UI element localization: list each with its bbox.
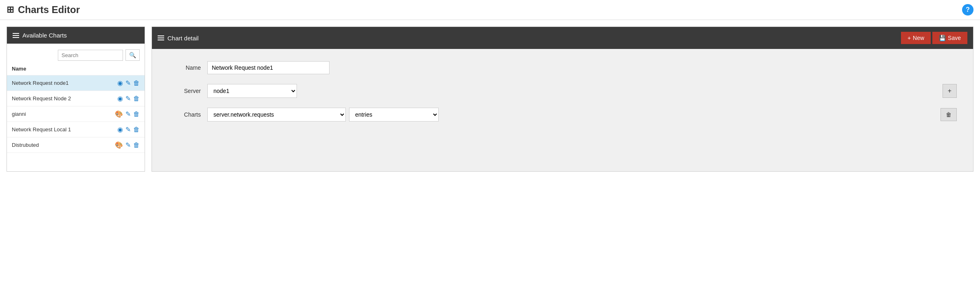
chart-detail-panel: Chart detail + New 💾 Save Name Serve: [152, 27, 973, 172]
list-item[interactable]: gianni 🎨 ✎ 🗑: [7, 106, 145, 122]
item-name: gianni: [12, 111, 26, 117]
item-name: Network Request Local 1: [12, 126, 71, 133]
charts-metric-select[interactable]: server.network.requests server.cpu.usage…: [207, 108, 346, 122]
search-button[interactable]: 🔍: [125, 49, 140, 61]
item-actions: 🎨 ✎ 🗑: [115, 141, 140, 149]
palette-icon[interactable]: 🎨: [115, 110, 123, 118]
edit-icon[interactable]: ✎: [125, 79, 131, 87]
app-title-group: ⊞ Charts Editor: [7, 4, 80, 15]
app-title: Charts Editor: [18, 4, 80, 15]
delete-chart-button[interactable]: 🗑: [940, 108, 957, 121]
item-actions: ◉ ✎ 🗑: [117, 126, 140, 133]
delete-icon[interactable]: 🗑: [133, 126, 140, 133]
save-icon: 💾: [939, 35, 946, 41]
view-icon[interactable]: ◉: [117, 95, 123, 102]
item-name: Network Request node1: [12, 80, 68, 86]
charts-row: Charts server.network.requests server.cp…: [168, 108, 957, 122]
palette-icon[interactable]: 🎨: [115, 141, 123, 149]
list-item[interactable]: Distrubuted 🎨 ✎ 🗑: [7, 137, 145, 153]
search-input[interactable]: [58, 50, 123, 61]
charts-type-select[interactable]: entries bytes packets: [349, 108, 439, 122]
save-button-label: Save: [948, 35, 961, 41]
app-header: ⊞ Charts Editor ?: [0, 0, 980, 20]
view-icon[interactable]: ◉: [117, 79, 123, 87]
edit-icon[interactable]: ✎: [125, 126, 131, 133]
item-name: Network Request Node 2: [12, 95, 71, 102]
item-actions: ◉ ✎ 🗑: [117, 79, 140, 87]
detail-form: Name Server node1 node2 local + Charts: [152, 49, 973, 171]
chart-detail-title: Chart detail: [167, 35, 199, 42]
available-charts-panel: Available Charts 🔍 Name Network Request …: [7, 27, 145, 172]
view-icon[interactable]: ◉: [117, 126, 123, 133]
help-button[interactable]: ?: [962, 4, 973, 15]
list-item[interactable]: Network Request Node 2 ◉ ✎ 🗑: [7, 91, 145, 106]
list-item[interactable]: Network Request node1 ◉ ✎ 🗑: [7, 75, 145, 91]
item-actions: 🎨 ✎ 🗑: [115, 110, 140, 118]
delete-icon[interactable]: 🗑: [133, 111, 140, 118]
chart-logo-icon: ⊞: [7, 4, 14, 15]
edit-icon[interactable]: ✎: [125, 141, 131, 149]
available-charts-header: Available Charts: [7, 27, 145, 44]
delete-icon[interactable]: 🗑: [133, 80, 140, 87]
name-field[interactable]: [207, 61, 330, 74]
item-actions: ◉ ✎ 🗑: [117, 95, 140, 102]
save-button[interactable]: 💾 Save: [932, 32, 967, 44]
main-content: Available Charts 🔍 Name Network Request …: [0, 20, 980, 178]
edit-icon[interactable]: ✎: [125, 110, 131, 118]
server-select[interactable]: node1 node2 local: [207, 84, 297, 98]
plus-icon: +: [907, 35, 911, 41]
search-area: 🔍: [7, 44, 145, 64]
delete-icon[interactable]: 🗑: [133, 95, 140, 102]
chart-detail-header: Chart detail + New 💾 Save: [152, 27, 973, 49]
new-button[interactable]: + New: [901, 32, 931, 44]
charts-label: Charts: [168, 111, 201, 118]
hamburger-icon: [158, 35, 164, 40]
server-label: Server: [168, 88, 201, 94]
hamburger-icon: [13, 33, 19, 38]
edit-icon[interactable]: ✎: [125, 95, 131, 102]
item-name: Distrubuted: [12, 142, 39, 148]
charts-list: Network Request node1 ◉ ✎ 🗑 Network Requ…: [7, 75, 145, 153]
list-column-header: Name: [7, 64, 145, 75]
name-row: Name: [168, 61, 957, 74]
charts-row-inner: server.network.requests server.cpu.usage…: [207, 108, 957, 122]
new-button-label: New: [913, 35, 924, 41]
name-label: Name: [168, 64, 201, 71]
server-row: Server node1 node2 local +: [168, 84, 957, 98]
available-charts-title: Available Charts: [22, 32, 67, 39]
delete-icon[interactable]: 🗑: [133, 142, 140, 149]
header-buttons: + New 💾 Save: [901, 32, 967, 44]
list-item[interactable]: Network Request Local 1 ◉ ✎ 🗑: [7, 122, 145, 137]
add-server-button[interactable]: +: [943, 84, 957, 98]
